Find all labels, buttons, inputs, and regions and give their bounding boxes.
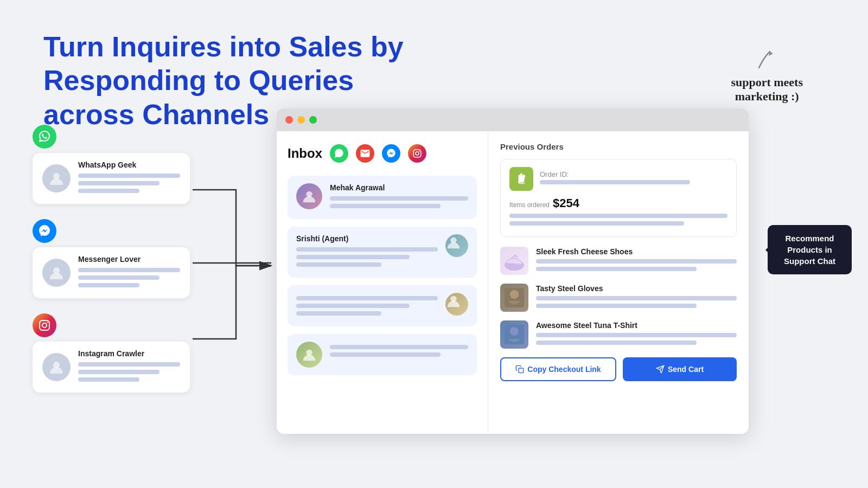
- whatsapp-avatar: [42, 164, 71, 192]
- inbox-header: Inbox: [288, 144, 477, 163]
- browser-dot-close[interactable]: [285, 116, 293, 124]
- instagram-card-info: Instagram Crawler: [78, 349, 180, 385]
- browser-titlebar: [277, 108, 749, 131]
- order-row: Order ID:: [509, 167, 727, 191]
- inbox-whatsapp-icon[interactable]: [330, 144, 348, 163]
- action-buttons: Copy Checkout Link Send Cart: [500, 357, 737, 381]
- instagram-avatar: [42, 353, 71, 381]
- product-tshirt: Awesome Steel Tuna T-Shirt: [500, 320, 737, 349]
- product-gloves-name: Tasty Steel Gloves: [536, 284, 737, 293]
- messenger-card: Messenger Lover: [33, 247, 190, 298]
- inbox-email-icon[interactable]: [356, 144, 374, 163]
- shopify-icon: [509, 167, 533, 191]
- conv-info-srishti: Srishti (Agent): [296, 234, 438, 270]
- messenger-card-info: Messenger Lover: [78, 255, 180, 291]
- badge-line1: support meets: [731, 75, 803, 89]
- product-shoes: Sleek Fresh Cheese Shoes: [500, 247, 737, 275]
- support-badge: support meets marketing :): [731, 46, 803, 104]
- recommend-products-tooltip: Recommend Products in Support Chat: [768, 225, 852, 274]
- conversation-anon1[interactable]: [288, 285, 477, 326]
- svg-point-9: [419, 151, 420, 152]
- product-shoes-info: Sleek Fresh Cheese Shoes: [536, 247, 737, 274]
- svg-rect-19: [519, 368, 524, 373]
- hero-highlighted: Turn Inquires into Sales: [43, 31, 362, 62]
- order-card: Order ID: Items ordered $254: [500, 159, 737, 237]
- send-cart-label: Send Cart: [668, 365, 704, 374]
- inbox-title: Inbox: [288, 146, 322, 161]
- whatsapp-card-info: WhatsApp Geek: [78, 160, 180, 196]
- order-amount-row: Items ordered $254: [509, 196, 727, 210]
- inbox-instagram-icon[interactable]: [408, 144, 426, 163]
- browser-window: Inbox: [277, 108, 749, 434]
- instagram-user-name: Instagram Crawler: [78, 349, 180, 358]
- product-shoes-name: Sleek Fresh Cheese Shoes: [536, 247, 737, 256]
- instagram-card: Instagram Crawler: [33, 342, 190, 393]
- conv-name-mehak: Mehak Agrawal: [330, 183, 468, 192]
- whatsapp-card: WhatsApp Geek: [33, 153, 190, 204]
- order-details: Order ID:: [540, 170, 727, 188]
- previous-orders-title: Previous Orders: [500, 142, 737, 151]
- messenger-user-name: Messenger Lover: [78, 255, 180, 264]
- inbox-panel: Inbox: [277, 131, 488, 434]
- messenger-channel-icon: [33, 219, 56, 243]
- copy-checkout-label: Copy Checkout Link: [527, 365, 601, 374]
- tooltip-text: Recommend Products in Support Chat: [784, 234, 835, 266]
- product-tshirt-img: [500, 320, 528, 349]
- conv-info-mehak: Mehak Agrawal: [330, 183, 468, 211]
- conversation-srishti[interactable]: Srishti (Agent): [288, 227, 477, 278]
- product-gloves: Tasty Steel Gloves: [500, 284, 737, 312]
- badge-line2: marketing :): [735, 89, 799, 104]
- conv-avatar-anon2: [296, 342, 322, 368]
- channels-left: WhatsApp Geek Messenger Lover: [33, 125, 190, 393]
- product-tshirt-name: Awesome Steel Tuna T-Shirt: [536, 321, 737, 330]
- browser-content: Inbox: [277, 131, 749, 434]
- inbox-messenger-icon[interactable]: [382, 144, 400, 163]
- whatsapp-channel-icon: [33, 125, 56, 149]
- order-id-label: Order ID:: [540, 170, 727, 178]
- order-items-label: Items ordered: [509, 201, 550, 209]
- flow-arrows: [193, 157, 282, 374]
- product-gloves-img: [500, 284, 528, 312]
- whatsapp-user-name: WhatsApp Geek: [78, 160, 180, 169]
- right-panel: Previous Orders Order ID:: [488, 131, 749, 434]
- conv-info-anon1: [296, 293, 438, 319]
- order-amount: $254: [553, 196, 579, 210]
- send-cart-button[interactable]: Send Cart: [623, 357, 737, 381]
- svg-point-16: [510, 290, 519, 299]
- conv-info-anon2: [330, 342, 468, 360]
- copy-checkout-button[interactable]: Copy Checkout Link: [500, 357, 616, 381]
- conv-avatar-mehak: [296, 183, 322, 209]
- svg-point-18: [510, 327, 519, 336]
- svg-point-4: [47, 322, 48, 323]
- browser-dot-maximize[interactable]: [309, 116, 317, 124]
- conv-avatar-anon1: [445, 293, 468, 316]
- product-gloves-info: Tasty Steel Gloves: [536, 284, 737, 311]
- browser-dot-minimize[interactable]: [297, 116, 305, 124]
- product-tshirt-info: Awesome Steel Tuna T-Shirt: [536, 321, 737, 348]
- instagram-channel-icon: [33, 313, 56, 337]
- messenger-avatar: [42, 259, 71, 287]
- conv-avatar-srishti: [445, 234, 468, 257]
- conversation-mehak[interactable]: Mehak Agrawal: [288, 176, 477, 219]
- conversation-anon2[interactable]: [288, 334, 477, 375]
- svg-point-3: [42, 323, 47, 328]
- conv-name-srishti: Srishti (Agent): [296, 234, 438, 243]
- product-shoes-img: [500, 247, 528, 275]
- svg-point-8: [416, 152, 419, 155]
